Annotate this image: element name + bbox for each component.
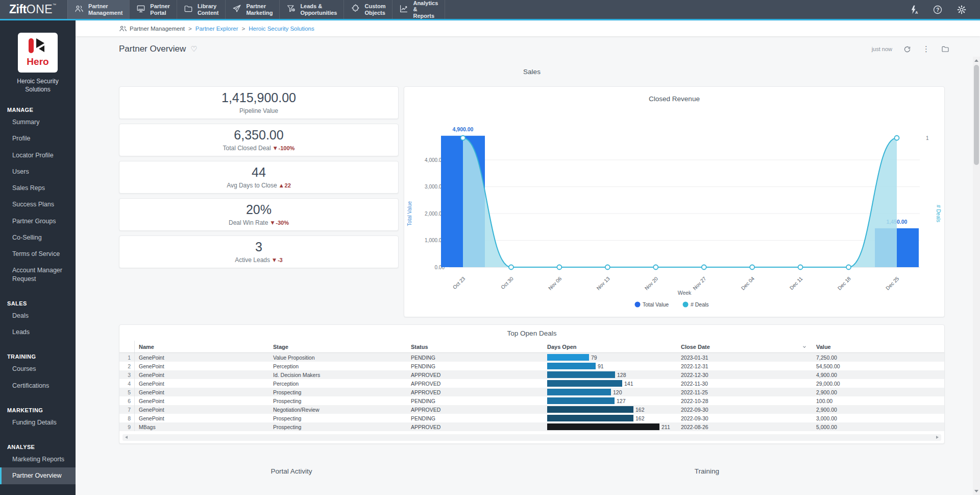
days-open-value: 162: [635, 407, 645, 413]
sidebar-item-summary[interactable]: Summary: [0, 114, 76, 130]
cell-status: PENDING: [407, 355, 543, 361]
cell-name: GenePoint: [135, 381, 269, 387]
kpi-label: Pipeline Value: [239, 107, 278, 114]
more-menu-icon[interactable]: ⋮: [922, 44, 930, 54]
kpi-value: 44: [252, 166, 266, 179]
kpi-value: 1,415,900.00: [222, 91, 296, 104]
kpi-delta-value: -3: [278, 257, 283, 263]
breadcrumb-link-partner[interactable]: Heroic Security Solutions: [249, 26, 314, 32]
table-row[interactable]: 9MBagsProspectingAPPROVED2112022-08-265,…: [119, 422, 944, 431]
help-icon[interactable]: ?: [933, 5, 943, 15]
cell-status: APPROVED: [407, 372, 543, 378]
cell-status: PENDING: [407, 415, 543, 421]
days-open-bar: [547, 363, 596, 369]
table-row[interactable]: 7GenePointNegotiation/ReviewAPPROVED1622…: [119, 405, 944, 414]
tab-leads-opportunities[interactable]: Leads & Opportunities: [279, 0, 344, 19]
page-title: Partner Overview: [119, 44, 186, 54]
days-open-value: 162: [635, 415, 645, 421]
sidebar-item-profile[interactable]: Profile: [0, 130, 76, 147]
cell-name: GenePoint: [135, 389, 269, 395]
cell-stage: Perception: [269, 381, 407, 387]
table-row[interactable]: 5GenePointProspectingAPPROVED1202022-11-…: [119, 388, 944, 396]
cell-days-open: 141: [543, 380, 677, 387]
scroll-up-arrow-icon[interactable]: [974, 59, 978, 62]
cell-value: 4,900.00: [812, 372, 944, 378]
kpi-label: Deal Win Rate: [229, 219, 268, 226]
column-header-value[interactable]: Value: [812, 344, 944, 350]
row-number: 5: [119, 388, 135, 396]
sidebar-item-leads[interactable]: Leads: [0, 324, 76, 340]
cell-days-open: 79: [543, 354, 677, 361]
sidebar-item-users[interactable]: Users: [0, 163, 76, 180]
sidebar-item-partner-groups[interactable]: Partner Groups: [0, 213, 76, 229]
days-open-bar: [547, 380, 622, 387]
kpi-card-deal-win-rate: 20%Deal Win Rate▼-30%: [119, 198, 399, 231]
favorite-heart-icon[interactable]: ♡: [190, 44, 197, 54]
tab-partner-management[interactable]: Partner Management: [67, 0, 129, 19]
days-open-bar: [547, 415, 633, 421]
days-open-bar: [547, 371, 615, 378]
row-number: 8: [119, 414, 135, 422]
cell-close-date: 2023-01-31: [677, 355, 812, 361]
tab-library-content[interactable]: Library Content: [177, 0, 226, 19]
sidebar-item-funding-details[interactable]: Funding Details: [0, 414, 76, 431]
scroll-right-arrow-icon[interactable]: [936, 436, 939, 439]
table-horizontal-scrollbar[interactable]: [122, 434, 941, 441]
folder-icon: [184, 4, 193, 15]
svg-text:1: 1: [926, 135, 929, 141]
translate-icon[interactable]: A: [909, 5, 919, 15]
top-open-deals-card: Top Open Deals NameStageStatusDays OpenC…: [119, 324, 945, 444]
table-title: Top Open Deals: [119, 329, 944, 337]
cell-status: APPROVED: [407, 424, 543, 430]
sidebar-item-locator-profile[interactable]: Locator Profile: [0, 147, 76, 163]
table-row[interactable]: 1GenePointValue PropositionPENDING792023…: [119, 353, 944, 362]
settings-icon[interactable]: [957, 5, 967, 15]
sidebar-item-terms-of-service[interactable]: Terms of Service: [0, 246, 76, 262]
kpi-delta-value: -100%: [279, 145, 295, 151]
ziftone-logo[interactable]: ZiftONE™: [0, 0, 67, 19]
folder-icon[interactable]: [941, 45, 949, 53]
sidebar-item-certifications[interactable]: Certifications: [0, 378, 76, 394]
scroll-left-arrow-icon[interactable]: [125, 436, 128, 439]
column-header-close-date[interactable]: Close Date: [677, 344, 812, 350]
sidebar-item-co-selling[interactable]: Co-Selling: [0, 229, 76, 246]
sidebar-item-deals[interactable]: Deals: [0, 308, 76, 324]
scroll-down-arrow-icon[interactable]: [974, 490, 978, 492]
cell-value: 2,900.00: [812, 389, 944, 395]
cell-name: GenePoint: [135, 398, 269, 404]
sidebar-item-success-plans[interactable]: Success Plans: [0, 196, 76, 213]
days-open-bar: [547, 389, 611, 395]
table-row[interactable]: 6GenePointProspectingPENDING1272022-10-2…: [119, 396, 944, 405]
row-number: 6: [119, 396, 135, 405]
kpi-delta-value: 22: [285, 182, 291, 188]
table-row[interactable]: 8GenePointProspectingPENDING1622022-09-3…: [119, 414, 944, 422]
svg-text:Oct 23: Oct 23: [452, 275, 467, 290]
row-number: 2: [119, 362, 135, 370]
main-content: Partner Management > Partner Explorer > …: [76, 20, 980, 495]
breadcrumb-link-partner-explorer[interactable]: Partner Explorer: [195, 26, 238, 32]
sidebar-item-courses[interactable]: Courses: [0, 361, 76, 377]
column-header-days-open[interactable]: Days Open: [543, 344, 677, 350]
cell-stage: Prospecting: [269, 415, 407, 421]
column-header-status[interactable]: Status: [407, 344, 543, 350]
column-header-name[interactable]: Name: [135, 344, 269, 350]
refresh-icon[interactable]: [903, 45, 911, 53]
tab-partner-portal[interactable]: Partner Portal: [129, 0, 177, 19]
sidebar-item-account-manager-request[interactable]: Account Manager Request: [0, 262, 76, 287]
sidebar-item-sales-reps[interactable]: Sales Reps: [0, 180, 76, 196]
tab-partner-marketing[interactable]: Partner Marketing: [225, 0, 279, 19]
svg-text:Total Value: Total Value: [643, 301, 669, 308]
tab-analytics-reports[interactable]: Analytics & Reports: [392, 0, 445, 19]
sidebar-item-partner-overview[interactable]: Partner Overview: [0, 467, 76, 484]
vertical-scrollbar[interactable]: [973, 57, 980, 495]
column-header-stage[interactable]: Stage: [269, 344, 407, 350]
table-row[interactable]: 4GenePointPerceptionAPPROVED1412022-11-3…: [119, 379, 944, 388]
table-row[interactable]: 3GenePointId. Decision MakersAPPROVED128…: [119, 370, 944, 379]
arrow-down-icon: ▼: [274, 146, 277, 151]
last-updated-text: just now: [872, 46, 892, 52]
table-row[interactable]: 2GenePointPerceptionPENDING912022-12-315…: [119, 362, 944, 370]
sidebar-item-marketing-reports[interactable]: Marketing Reports: [0, 451, 76, 467]
cell-value: 29,000.00: [812, 381, 944, 387]
tab-custom-objects[interactable]: Custom Objects: [344, 0, 392, 19]
scrollbar-thumb[interactable]: [974, 65, 979, 165]
